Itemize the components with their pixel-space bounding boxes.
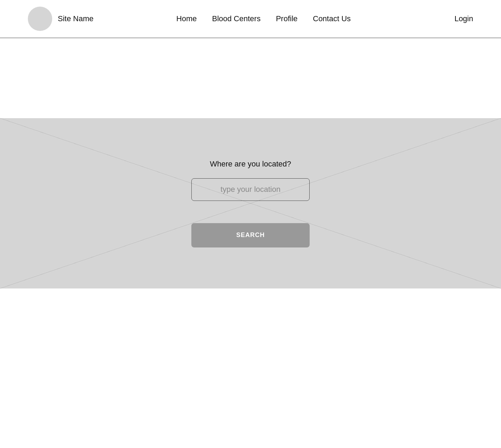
- location-input[interactable]: [191, 178, 310, 201]
- site-logo: [28, 7, 52, 31]
- header-site-name: Site Name: [58, 14, 94, 23]
- nav-profile[interactable]: Profile: [268, 14, 305, 23]
- logo-area: Site Name: [28, 7, 94, 31]
- nav-home[interactable]: Home: [169, 14, 205, 23]
- nav-login[interactable]: Login: [434, 14, 473, 23]
- nav-blood-centers[interactable]: Blood Centers: [204, 14, 268, 23]
- search-button[interactable]: Search: [191, 223, 310, 247]
- where-label: Where are you located?: [210, 160, 291, 169]
- map-search-section: Where are you located? Search: [0, 118, 501, 288]
- main-nav: Home Blood Centers Profile Contact Us: [169, 14, 358, 23]
- site-header: Site Name Home Blood Centers Profile Con…: [0, 0, 501, 38]
- search-box: Where are you located? Search: [191, 160, 310, 247]
- white-spacer-bottom: [0, 288, 501, 368]
- nav-contact-us[interactable]: Contact Us: [305, 14, 358, 23]
- white-spacer-top: [0, 38, 501, 118]
